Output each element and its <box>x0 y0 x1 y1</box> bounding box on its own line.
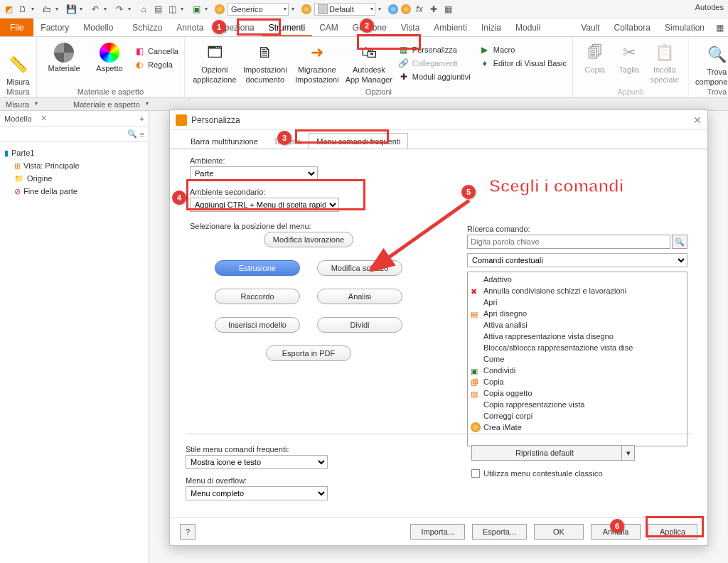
aspetto-button[interactable]: Aspetto <box>88 43 131 73</box>
moduli-agg-button[interactable]: ✚Moduli aggiuntivi <box>398 71 471 82</box>
vb-editor-button[interactable]: ♦Editor di Visual Basic <box>479 58 567 69</box>
new-file-icon[interactable]: 🗋 <box>17 4 28 15</box>
panel-misura[interactable]: Misura <box>0 100 39 109</box>
personalizza-button[interactable]: ▦Personalizza <box>398 44 471 55</box>
dialog-tab-menu[interactable]: Menu comandi frequenti <box>309 133 408 149</box>
ball-icon[interactable] <box>215 4 225 14</box>
macro-button[interactable]: ▶Macro <box>479 44 567 55</box>
doc-icon[interactable]: ▤ <box>152 4 164 15</box>
grid-icon[interactable]: ▦ <box>442 4 454 15</box>
migrazione-button[interactable]: ➜MigrazioneImpostazioni <box>291 41 343 84</box>
ripristina-button[interactable]: Ripristina default▾ <box>471 445 635 461</box>
callout-badge-5: 5 <box>461 185 476 199</box>
tab-vault[interactable]: Vault <box>574 18 606 36</box>
collegamenti-button[interactable]: 🔗Collegamenti <box>398 58 471 69</box>
tree-item-origine[interactable]: 📁Origine <box>4 172 144 185</box>
tab-ambienti[interactable]: Ambienti <box>427 18 474 36</box>
plus-icon[interactable]: ✚ <box>428 4 439 15</box>
tab-moduli[interactable]: Moduli aggiuntivi <box>508 18 574 36</box>
pill-raccordo[interactable]: Raccordo <box>215 289 300 304</box>
stile-select[interactable]: Mostra icone e testo <box>186 455 328 469</box>
trova-button[interactable]: 🔍Trovacomponente <box>690 43 728 86</box>
pill-modifica-lavorazione[interactable]: Modifica lavorazione <box>264 232 353 247</box>
cube-icon[interactable]: ◫ <box>166 4 178 15</box>
pill-analisi[interactable]: Analisi <box>317 289 402 304</box>
pill-estrusione[interactable]: Estrusione <box>215 260 300 276</box>
regola-button[interactable]: ◐Regola <box>134 59 178 70</box>
ok-button[interactable]: OK <box>534 524 584 540</box>
material-combo[interactable]: Generico <box>228 3 289 16</box>
tree-item-vista[interactable]: ⊞Vista: Principale <box>4 159 144 172</box>
pill-esporta-pdf[interactable]: Esporta in PDF <box>266 345 351 361</box>
impostazioni-doc-button[interactable]: 🗎Impostazionidocumento <box>240 41 290 84</box>
home-icon[interactable]: ⌂ <box>138 4 149 15</box>
adjust-icon: ◐ <box>134 59 145 70</box>
color-icon[interactable]: ▣ <box>191 4 202 15</box>
material-icon <box>54 43 74 63</box>
tab-file[interactable]: File <box>0 18 33 36</box>
tab-simulation[interactable]: Simulation <box>658 18 712 36</box>
panel-materiale[interactable]: Materiale e aspetto <box>68 100 150 109</box>
tree-add-button[interactable]: + <box>140 114 144 123</box>
overflow-select[interactable]: Menu completo <box>186 486 328 500</box>
undo-icon[interactable]: ↶ <box>90 4 101 15</box>
app-manager-button[interactable]: 🛍AutodeskApp Manager <box>344 41 394 84</box>
personalize-icon: ▦ <box>398 44 410 55</box>
tab-schizzo[interactable]: Schizzo <box>125 18 169 36</box>
ambiente2-select[interactable]: Aggiungi CTRL + Menu di scelta rapida <box>190 198 339 212</box>
list-item: 🗐Copia <box>471 376 684 387</box>
tab-annota[interactable]: Annota <box>169 18 210 36</box>
tab-strumenti[interactable]: Strumenti <box>262 18 312 36</box>
sphere3-icon[interactable] <box>401 4 411 14</box>
appearance-combo[interactable]: Default <box>314 3 375 16</box>
dialog-tab-barra[interactable]: Barra multifunzione <box>183 133 266 149</box>
tab-vista[interactable]: Vista <box>394 18 427 36</box>
misura-button[interactable]: 📏 Misura <box>0 53 40 86</box>
list-item: Crea iMate <box>471 422 684 433</box>
pill-dividi[interactable]: Dividi <box>317 317 402 333</box>
callout-badge-6: 6 <box>610 519 624 533</box>
tree-item-part[interactable]: ▮Parte1 <box>4 146 144 159</box>
tab-cam[interactable]: CAM <box>312 18 346 36</box>
dialog-close-button[interactable]: ✕ <box>693 114 702 126</box>
open-file-icon[interactable]: 🗁 <box>41 4 53 15</box>
cancella-button[interactable]: ◧Cancella <box>134 45 178 57</box>
new-dropdown[interactable]: ▾ <box>31 6 38 12</box>
pill-inserisci[interactable]: Inserisci modello <box>215 317 300 333</box>
list-item: Attiva analisi <box>471 319 684 331</box>
tree-close-icon[interactable]: ✕ <box>41 114 47 123</box>
macro-icon: ▶ <box>479 44 491 55</box>
esporta-button[interactable]: Esporta... <box>472 524 527 540</box>
ambiente-select[interactable]: Parte <box>190 166 318 181</box>
tab-modello[interactable]: Modello 3D <box>76 18 125 36</box>
ruler-icon: 📏 <box>7 53 30 76</box>
tab-inizia[interactable]: Inizia <box>474 18 508 36</box>
quick-access-toolbar: ◩ 🗋▾ 🗁▾ 💾▾ ↶▾ ↷▾ ⌂ ▤ ◫ ▾ ▣▾ Generico ▾ D… <box>0 0 728 18</box>
command-list[interactable]: Adattivo ✖Annulla condivisione schizzi e… <box>467 272 687 446</box>
sphere2-icon[interactable] <box>388 4 398 14</box>
classic-menu-checkbox[interactable]: Utilizza menu contestuale classico <box>471 469 603 478</box>
dialog-title: Personalizza <box>191 115 240 125</box>
applica-button[interactable]: Applica <box>648 524 697 540</box>
pill-modifica-schizzo[interactable]: Modifica schizzo <box>317 260 402 276</box>
redo-icon[interactable]: ↷ <box>114 4 125 15</box>
paste-icon: 📋 <box>653 41 676 64</box>
sphere-icon[interactable] <box>301 4 311 14</box>
command-search-button[interactable]: 🔍 <box>672 235 687 249</box>
fx-icon[interactable]: fx <box>414 4 425 15</box>
tab-extra-icon[interactable]: ▦ <box>712 18 728 36</box>
tree-search-icon[interactable]: 🔍 <box>127 129 137 139</box>
materiale-button[interactable]: Materiale <box>43 43 85 73</box>
menu-position-area: Modifica lavorazione Estrusione Modifica… <box>227 232 390 361</box>
tab-factory[interactable]: Factory <box>33 18 76 36</box>
eraser-icon: ◧ <box>134 45 145 57</box>
command-filter-select[interactable]: Comandi contestuali <box>467 253 687 267</box>
save-icon[interactable]: 💾 <box>65 4 77 15</box>
command-search-input[interactable] <box>467 235 670 249</box>
tab-collabora[interactable]: Collabora <box>607 18 658 36</box>
tree-item-fine[interactable]: ⊘Fine della parte <box>4 185 144 198</box>
help-button[interactable]: ? <box>180 524 196 540</box>
importa-button[interactable]: Importa... <box>410 524 464 540</box>
opzioni-app-button[interactable]: 🗔Opzioniapplicazione <box>191 41 239 84</box>
list-item: Attiva rappresentazione vista disegno <box>471 331 684 342</box>
